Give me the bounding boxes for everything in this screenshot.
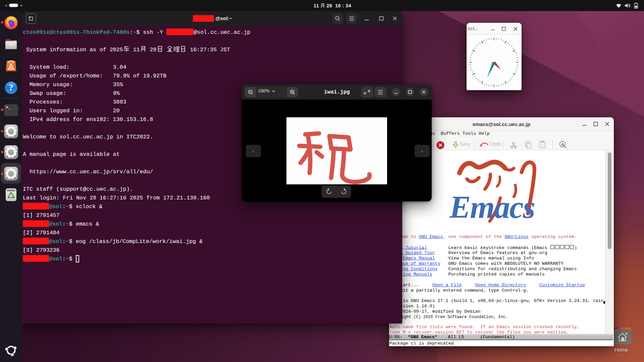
svg-text:?: ?	[9, 82, 13, 93]
svg-text:>_: >_	[6, 105, 11, 110]
svg-text:Emacs: Emacs	[449, 189, 535, 224]
svg-text:A: A	[561, 142, 564, 147]
